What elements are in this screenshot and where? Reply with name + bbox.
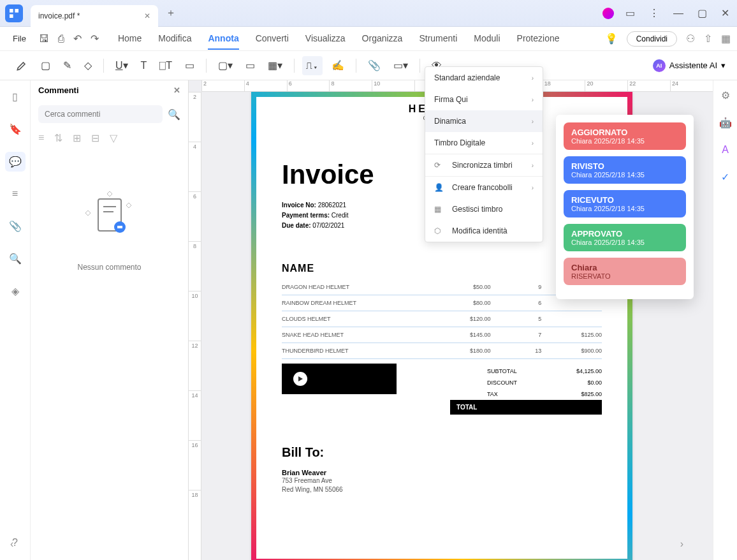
embedded-video[interactable] bbox=[282, 364, 397, 394]
comment-tool-icon[interactable]: ▭ bbox=[242, 55, 259, 75]
stamp-riservato[interactable]: ChiaraRISERVATO bbox=[564, 258, 686, 285]
search-icon[interactable]: 🔍 bbox=[5, 249, 26, 269]
hierarchy-icon[interactable]: ⚇ bbox=[686, 33, 695, 45]
ai-assistant-button[interactable]: AI Assistente AI ▾ bbox=[653, 59, 726, 72]
stamp-item-identity[interactable]: ⬡Modifica identità bbox=[425, 220, 543, 242]
tab-modifica[interactable]: Modifica bbox=[158, 28, 191, 50]
chevron-down-icon: ▾ bbox=[721, 61, 726, 70]
attachment-panel-icon[interactable]: 📎 bbox=[5, 216, 26, 236]
ai-badge-icon: AI bbox=[653, 59, 666, 72]
checkmark-icon[interactable]: ✓ bbox=[719, 168, 732, 186]
filter-funnel-icon[interactable]: ▽ bbox=[110, 132, 117, 144]
kebab-menu-icon[interactable]: ⋮ bbox=[646, 4, 662, 22]
eraser-tool-icon[interactable]: ◇ bbox=[80, 55, 96, 75]
callout-tool-icon[interactable]: ▭ bbox=[181, 55, 198, 75]
close-tab-icon[interactable]: ✕ bbox=[144, 11, 150, 20]
stamp-item-dinamica[interactable]: Dinamica› bbox=[425, 110, 543, 132]
lightbulb-icon[interactable]: 💡 bbox=[605, 33, 618, 45]
tab-visualizza[interactable]: Visualizza bbox=[305, 28, 346, 50]
sort-icon[interactable]: ≡ bbox=[38, 132, 44, 144]
filter-2-icon[interactable]: ⊞ bbox=[73, 132, 81, 144]
filter-3-icon[interactable]: ⊟ bbox=[91, 132, 99, 144]
tab-organizza[interactable]: Organizza bbox=[362, 28, 403, 50]
pencil-tool-icon[interactable]: ✎ bbox=[59, 55, 75, 75]
list-icon[interactable]: ≡ bbox=[8, 184, 22, 203]
bill-to-address-2: Red Wing, MN 55066 bbox=[282, 485, 602, 494]
stamp-item-manage[interactable]: ▦Gestisci timbro bbox=[425, 198, 543, 220]
tab-annota[interactable]: Annota bbox=[208, 28, 238, 50]
highlight-tool-icon[interactable] bbox=[11, 55, 32, 76]
comments-panel: Commenti ✕ 🔍 ≡ ⇅ ⊞ ⊟ ▽ bbox=[31, 80, 189, 560]
close-window-icon[interactable]: ✕ bbox=[719, 4, 732, 22]
underline-tool-icon[interactable]: U▾ bbox=[112, 55, 132, 75]
stamp-dropdown-menu: Standard aziendale› Firma Qui› Dinamica›… bbox=[425, 66, 543, 242]
add-tab-button[interactable]: ＋ bbox=[166, 6, 176, 20]
search-comments-input[interactable] bbox=[38, 105, 163, 123]
page-thumb-icon[interactable]: ▯ bbox=[8, 87, 22, 107]
tab-home[interactable]: Home bbox=[118, 28, 142, 50]
app-grid-icon[interactable]: ▦ bbox=[721, 33, 731, 45]
user-avatar-icon[interactable] bbox=[602, 8, 614, 19]
prev-page-icon[interactable]: ‹ bbox=[10, 538, 13, 550]
stamp-tool-icon[interactable]: ⎍▾ bbox=[302, 56, 323, 75]
ai-tool-icon[interactable]: A bbox=[719, 142, 731, 158]
table-row: THUNDERBIRD HELMET$180.0013$900.00 bbox=[282, 343, 602, 359]
filter-1-icon[interactable]: ⇅ bbox=[54, 132, 62, 144]
textbox-tool-icon[interactable]: ⎕T bbox=[156, 56, 176, 75]
vertical-ruler: 24681012141618 bbox=[189, 92, 201, 560]
stamp-item-sync[interactable]: ⟳Sincronizza timbri› bbox=[425, 154, 543, 176]
save-icon[interactable]: 🖫 bbox=[36, 31, 52, 47]
stamp-approvato[interactable]: APPROVATOChiara 2025/2/18 14:35 bbox=[564, 224, 686, 251]
stamp-item-create[interactable]: 👤Creare francobolli› bbox=[425, 177, 543, 198]
layers-icon[interactable]: ◈ bbox=[8, 281, 23, 301]
message-icon[interactable]: ▭ bbox=[623, 4, 638, 22]
attachment-tool-icon[interactable]: 📎 bbox=[364, 55, 384, 75]
comment-panel-icon[interactable]: 💬 bbox=[5, 152, 26, 172]
stamp-item-firma[interactable]: Firma Qui› bbox=[425, 89, 543, 110]
stamp-ricevuto[interactable]: RICEVUTOChiara 2025/2/18 14:35 bbox=[564, 190, 686, 217]
redo-icon[interactable]: ↷ bbox=[88, 30, 101, 47]
panel-close-icon[interactable]: ✕ bbox=[173, 85, 180, 95]
svg-rect-2 bbox=[10, 14, 13, 18]
bill-to-section: Bill To: Brian Weaver 753 Freeman Ave Re… bbox=[282, 445, 602, 494]
invoice-table: DRAGON HEAD HELMET$50.009 RAINBOW DREAM … bbox=[282, 279, 602, 359]
stamp-item-standard[interactable]: Standard aziendale› bbox=[425, 67, 543, 89]
menu-tabs: Home Modifica Annota Converti Visualizza… bbox=[118, 28, 560, 50]
tab-moduli[interactable]: Moduli bbox=[474, 28, 500, 50]
stamp-aggiornato[interactable]: AGGIORNATOChiara 2025/2/18 14:35 bbox=[564, 122, 686, 150]
undo-icon[interactable]: ↶ bbox=[71, 30, 84, 47]
document-tab[interactable]: invoice.pdf * ✕ bbox=[31, 5, 158, 27]
share-button[interactable]: Condividi bbox=[627, 31, 677, 47]
stamp-item-digitale[interactable]: Timbro Digitale› bbox=[425, 132, 543, 154]
next-page-icon[interactable]: › bbox=[680, 538, 683, 550]
signature-tool-icon[interactable]: ✍ bbox=[328, 55, 348, 75]
tab-strumenti[interactable]: Strumenti bbox=[419, 28, 457, 50]
chevron-right-icon: › bbox=[532, 75, 534, 82]
ai-chat-icon[interactable]: 🤖 bbox=[717, 114, 734, 131]
form-tool-icon[interactable]: ▭▾ bbox=[390, 55, 412, 75]
shape-tool-icon[interactable]: ▢▾ bbox=[214, 55, 237, 75]
window-controls: ▭ ⋮ — ▢ ✕ bbox=[602, 4, 732, 22]
file-menu[interactable]: File bbox=[6, 30, 33, 47]
tab-protezione[interactable]: Protezione bbox=[517, 28, 560, 50]
filter-row: ≡ ⇅ ⊞ ⊟ ▽ bbox=[31, 128, 188, 148]
cloud-upload-icon[interactable]: ⇧ bbox=[704, 33, 712, 45]
bill-to-title: Bill To: bbox=[282, 445, 602, 460]
properties-icon[interactable]: ⚙ bbox=[719, 87, 733, 104]
maximize-icon[interactable]: ▢ bbox=[695, 4, 710, 22]
measure-tool-icon[interactable]: ▦▾ bbox=[264, 55, 286, 75]
search-button-icon[interactable]: 🔍 bbox=[168, 108, 180, 121]
bookmark-icon[interactable]: 🔖 bbox=[5, 119, 26, 139]
svg-rect-0 bbox=[10, 9, 13, 13]
note-tool-icon[interactable]: ▢ bbox=[37, 55, 54, 75]
tab-converti[interactable]: Converti bbox=[256, 28, 289, 50]
text-tool-icon[interactable]: T bbox=[137, 56, 151, 75]
table-row: RAINBOW DREAM HELMET$80.006 bbox=[282, 295, 602, 311]
annotate-toolbar: ▢ ✎ ◇ U▾ T ⎕T ▭ ▢▾ ▭ ▦▾ ⎍▾ ✍ 📎 ▭▾ 👁 AI A… bbox=[0, 51, 737, 80]
stamp-rivisto[interactable]: RIVISTOChiara 2025/2/18 14:35 bbox=[564, 156, 686, 184]
chevron-right-icon: › bbox=[532, 96, 534, 103]
user-plus-icon: 👤 bbox=[434, 183, 446, 192]
print-icon[interactable]: ⎙ bbox=[55, 31, 67, 47]
invoice-totals: SUBTOTAL$4,125.00 DISCOUNT$0.00 TAX$825.… bbox=[487, 365, 602, 400]
minimize-icon[interactable]: — bbox=[671, 5, 686, 22]
